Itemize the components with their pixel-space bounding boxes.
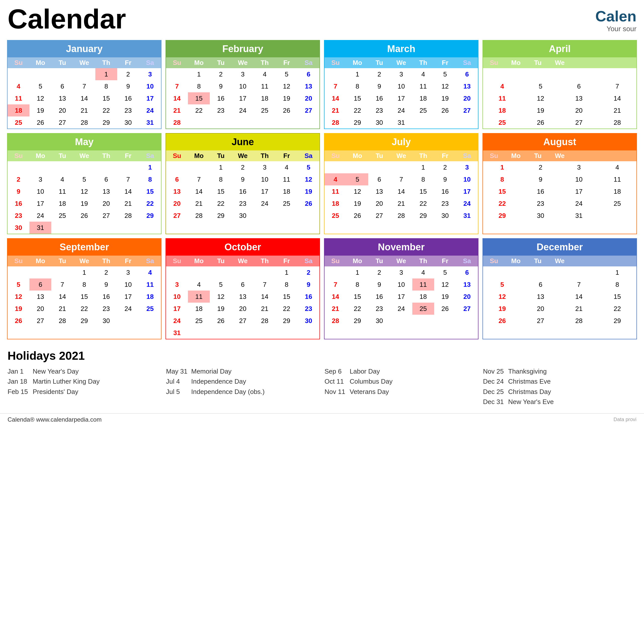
day-cell: 13 (95, 185, 117, 197)
empty-day (210, 266, 232, 278)
day-cell: 28 (254, 315, 276, 327)
day-of-week-label: We (549, 256, 571, 266)
day-cell: 3 (390, 68, 412, 80)
day-cell: 16 (117, 92, 139, 104)
holiday-item: Sep 6Labor Day (325, 366, 478, 376)
holiday-item: Dec 25Christmas Day (483, 387, 636, 397)
holiday-name: Labor Day (350, 367, 380, 376)
month-dec: DecemberSuMoTuWe156781213141519202122262… (482, 238, 637, 339)
days-header-sep: SuMoTuWeThFrSa (8, 256, 161, 266)
holiday-date: Jul 4 (166, 377, 191, 386)
day-cell: 21 (254, 303, 276, 315)
day-cell: 23 (8, 210, 29, 222)
day-cell: 13 (456, 80, 478, 92)
empty-day (325, 161, 346, 173)
holidays-section: Holidays 2021 Jan 1New Year's DayJan 18M… (0, 344, 644, 412)
empty-day (51, 266, 73, 278)
day-cell: 19 (210, 303, 232, 315)
day-cell: 28 (560, 315, 598, 327)
day-cell: 23 (210, 104, 232, 116)
month-sep: SeptemberSuMoTuWeThFrSa12345678910111213… (7, 238, 162, 339)
day-cell: 28 (325, 315, 346, 327)
days-grid-jan: 1234567891011121314151617181920212223242… (8, 68, 161, 129)
days-grid-may: 1234567891011121314151617181920212223242… (8, 161, 161, 234)
day-cell: 11 (276, 173, 298, 185)
day-cell: 6 (456, 266, 478, 278)
day-cell: 28 (73, 116, 95, 129)
day-of-week-label: Tu (51, 256, 73, 266)
day-cell: 12 (483, 291, 521, 303)
holiday-column-3: Nov 25ThanksgivingDec 24Christmas EveDec… (483, 366, 636, 407)
days-grid-dec: 15678121314151920212226272829 (483, 266, 636, 327)
day-of-week-label: Sa (139, 256, 161, 266)
day-cell: 3 (254, 161, 276, 173)
day-cell: 3 (166, 278, 188, 291)
day-cell: 9 (210, 80, 232, 92)
day-cell: 31 (456, 210, 478, 222)
day-of-week-label: Th (412, 256, 434, 266)
day-cell: 22 (139, 197, 161, 210)
day-cell: 20 (521, 303, 560, 315)
holiday-name: Columbus Day (350, 377, 393, 386)
holiday-name: Independence Day (obs.) (191, 387, 265, 396)
empty-day (560, 68, 598, 80)
day-of-week-label: Mo (188, 150, 210, 161)
day-cell: 18 (188, 303, 210, 315)
day-cell: 23 (298, 303, 319, 315)
day-cell: 31 (29, 222, 51, 234)
day-cell: 1 (188, 68, 210, 80)
holiday-item: Nov 25Thanksgiving (483, 366, 636, 376)
month-jan: JanuarySuMoTuWeThFrSa1234567891011121314… (7, 40, 162, 129)
day-cell: 28 (166, 116, 188, 129)
day-cell: 14 (254, 291, 276, 303)
days-grid-mar: 1234567891011121314151617181920212223242… (325, 68, 478, 129)
empty-day (254, 266, 276, 278)
empty-day (560, 266, 598, 278)
empty-day (188, 161, 210, 173)
empty-day (8, 68, 29, 80)
day-of-week-label: Mo (188, 256, 210, 266)
holiday-date: May 31 (166, 367, 191, 376)
day-cell: 28 (598, 116, 637, 129)
day-cell: 29 (598, 315, 637, 327)
empty-day (390, 161, 412, 173)
empty-day (483, 266, 521, 278)
holiday-name: Christmas Day (508, 387, 551, 396)
holiday-column-0: Jan 1New Year's DayJan 18Martin Luther K… (8, 366, 161, 407)
day-of-week-label: Sa (298, 150, 319, 161)
day-cell: 12 (434, 80, 456, 92)
day-cell: 5 (73, 173, 95, 185)
day-cell: 18 (51, 197, 73, 210)
day-of-week-label: Th (254, 57, 276, 68)
day-cell: 19 (276, 92, 298, 104)
day-cell: 4 (139, 266, 161, 278)
empty-day (346, 161, 368, 173)
empty-day (29, 266, 51, 278)
header: Calendar Calen Your sour (0, 0, 644, 35)
days-header-feb: SuMoTuWeThFrSa (166, 57, 319, 68)
day-cell: 24 (29, 210, 51, 222)
day-cell: 6 (95, 173, 117, 185)
day-cell: 12 (210, 291, 232, 303)
month-may: MaySuMoTuWeThFrSa12345678910111213141516… (7, 133, 162, 234)
day-cell: 3 (117, 266, 139, 278)
day-of-week-label: Tu (527, 256, 549, 266)
day-cell: 19 (483, 303, 521, 315)
empty-day (166, 161, 188, 173)
day-of-week-label: Mo (29, 150, 51, 161)
empty-day (598, 68, 637, 80)
day-cell: 2 (232, 161, 254, 173)
day-cell: 14 (325, 92, 346, 104)
day-cell: 24 (232, 104, 254, 116)
days-grid-jul: 1234567891011121314151617181920212223242… (325, 161, 478, 222)
day-of-week-label: Mo (346, 57, 368, 68)
day-of-week-label: Mo (188, 57, 210, 68)
day-cell: 18 (325, 197, 346, 210)
day-cell: 8 (598, 278, 637, 291)
day-cell: 23 (232, 197, 254, 210)
holidays-grid: Jan 1New Year's DayJan 18Martin Luther K… (8, 366, 636, 407)
day-cell: 29 (346, 315, 368, 327)
month-nov: NovemberSuMoTuWeThFrSa123456789101112131… (324, 238, 478, 339)
day-cell: 15 (188, 92, 210, 104)
holiday-name: Martin Luther King Day (33, 377, 100, 386)
